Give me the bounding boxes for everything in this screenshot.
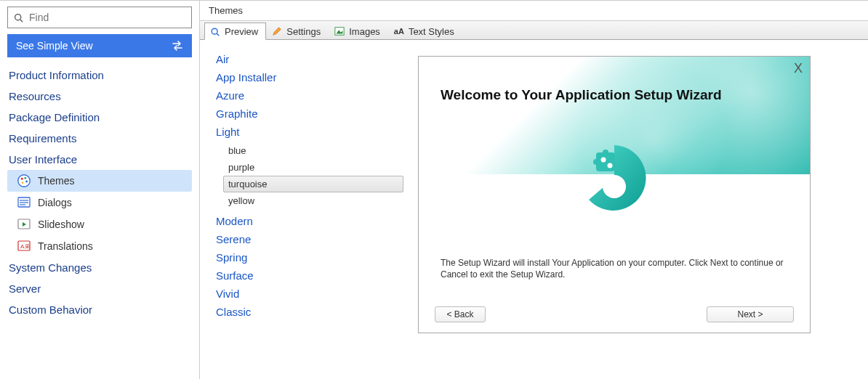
app-root: See Simple View Product Information Reso… — [0, 0, 868, 379]
svg-point-25 — [608, 163, 613, 168]
svg-text:果: 果 — [25, 244, 30, 249]
svg-point-22 — [603, 150, 608, 155]
nav-dialogs[interactable]: Dialogs — [7, 192, 192, 213]
wizard-next-button[interactable]: Next > — [707, 306, 794, 322]
pencil-icon — [271, 25, 283, 37]
theme-list: Air App Installer Azure Graphite Light b… — [200, 40, 418, 379]
text-icon: aA — [393, 25, 405, 37]
svg-point-5 — [25, 180, 28, 182]
variant-blue[interactable]: blue — [223, 142, 403, 159]
wizard-body-text: The Setup Wizard will install Your Appli… — [441, 257, 788, 280]
tab-images[interactable]: Images — [329, 22, 388, 39]
svg-point-2 — [18, 175, 31, 187]
nav-requirements[interactable]: Requirements — [7, 128, 192, 149]
search-box[interactable] — [7, 7, 192, 28]
main-panel: Themes Preview Settings Images — [200, 1, 868, 379]
nav-translations[interactable]: A 果 Translations — [7, 235, 192, 257]
theme-azure[interactable]: Azure — [214, 86, 403, 105]
tab-images-label: Images — [349, 26, 380, 37]
nav-themes-label: Themes — [38, 175, 75, 187]
simple-view-button[interactable]: See Simple View — [7, 34, 192, 57]
nav-server[interactable]: Server — [7, 278, 192, 299]
wizard-title: Welcome to Your Application Setup Wizard — [441, 87, 722, 103]
tab-text-styles-label: Text Styles — [409, 26, 454, 37]
theme-air[interactable]: Air — [214, 50, 403, 68]
translations-icon: A 果 — [16, 238, 32, 254]
theme-spring[interactable]: Spring — [214, 248, 403, 266]
content-row: Air App Installer Azure Graphite Light b… — [200, 40, 868, 379]
tab-preview-label: Preview — [225, 26, 258, 37]
theme-modern[interactable]: Modern — [214, 212, 403, 230]
search-input[interactable] — [28, 11, 185, 24]
nav-resources[interactable]: Resources — [7, 86, 192, 107]
variant-yellow[interactable]: yellow — [223, 192, 403, 209]
magnifier-icon — [209, 26, 221, 38]
preview-area: X Welcome to Your Application Setup Wiza… — [418, 40, 868, 379]
variant-purple[interactable]: purple — [223, 159, 403, 176]
palette-icon — [16, 173, 32, 189]
theme-serene[interactable]: Serene — [214, 230, 403, 248]
tab-text-styles[interactable]: aA Text Styles — [388, 22, 462, 39]
nav-system-changes[interactable]: System Changes — [7, 257, 192, 278]
svg-point-20 — [603, 175, 626, 198]
svg-point-4 — [24, 177, 26, 179]
wizard-buttons: < Back Next > — [419, 306, 810, 322]
nav-user-interface[interactable]: User Interface — [7, 149, 192, 170]
sidebar: See Simple View Product Information Reso… — [0, 1, 200, 379]
theme-graphite[interactable]: Graphite — [214, 105, 403, 123]
svg-line-1 — [20, 19, 23, 21]
theme-classic[interactable]: Classic — [214, 303, 403, 321]
svg-point-6 — [22, 182, 24, 184]
theme-light[interactable]: Light — [214, 123, 403, 141]
theme-app-installer[interactable]: App Installer — [214, 68, 403, 86]
wizard-window: X Welcome to Your Application Setup Wiza… — [418, 56, 811, 333]
tab-settings[interactable]: Settings — [266, 22, 329, 39]
page-title: Themes — [200, 1, 868, 21]
nav-package-definition[interactable]: Package Definition — [7, 107, 192, 128]
swap-icon — [172, 41, 183, 51]
nav-slideshow[interactable]: Slideshow — [7, 213, 192, 235]
variant-turquoise[interactable]: turquoise — [223, 176, 403, 192]
nav: Product Information Resources Package De… — [7, 65, 192, 320]
wizard-back-button[interactable]: < Back — [435, 306, 486, 322]
svg-point-0 — [15, 14, 21, 20]
dialog-icon — [16, 195, 32, 211]
svg-point-3 — [21, 178, 23, 180]
theme-light-variants: blue purple turquoise yellow — [214, 142, 403, 209]
nav-translations-label: Translations — [38, 240, 93, 252]
image-icon — [334, 25, 345, 37]
nav-ui-subitems: Themes Dialogs — [7, 170, 192, 257]
tab-preview[interactable]: Preview — [204, 23, 266, 40]
svg-point-23 — [593, 159, 599, 165]
nav-themes[interactable]: Themes — [7, 170, 192, 192]
wizard-logo-icon — [574, 138, 654, 218]
wizard-close-button[interactable]: X — [794, 61, 803, 76]
tab-bar: Preview Settings Images aA Text Styles — [200, 21, 868, 40]
tab-settings-label: Settings — [286, 26, 321, 37]
svg-point-24 — [601, 158, 606, 163]
simple-view-label: See Simple View — [16, 40, 93, 52]
theme-surface[interactable]: Surface — [214, 266, 403, 285]
svg-line-17 — [217, 33, 219, 36]
nav-custom-behavior[interactable]: Custom Behavior — [7, 299, 192, 320]
nav-product-information[interactable]: Product Information — [7, 65, 192, 86]
search-icon — [14, 13, 23, 23]
slideshow-icon — [16, 216, 32, 232]
nav-dialogs-label: Dialogs — [38, 197, 72, 208]
theme-vivid[interactable]: Vivid — [214, 285, 403, 303]
nav-slideshow-label: Slideshow — [38, 219, 84, 230]
svg-point-16 — [212, 28, 217, 34]
